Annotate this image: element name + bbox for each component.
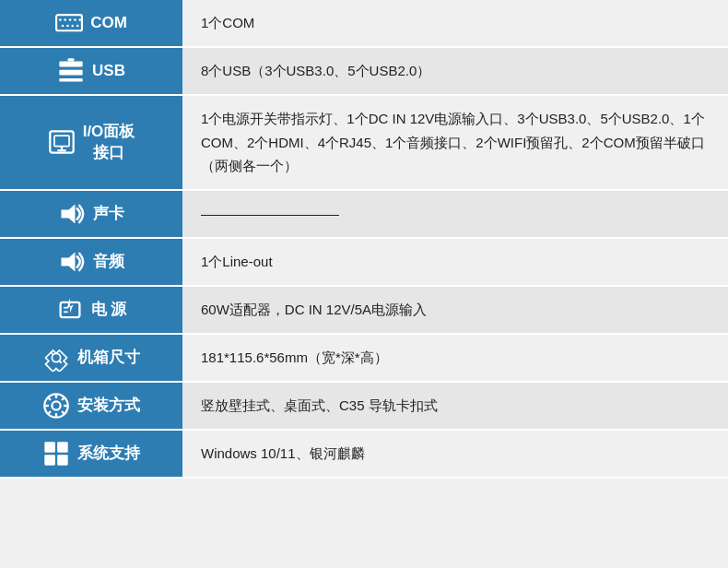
value-cell-power: 60W适配器，DC IN 12V/5A电源输入 — [182, 286, 728, 334]
svg-line-26 — [51, 352, 53, 354]
label-cell-soundcard: 声卡 — [0, 190, 182, 238]
svg-point-2 — [65, 18, 67, 21]
svg-rect-13 — [68, 58, 75, 61]
svg-point-29 — [52, 401, 60, 409]
row-audio: 音频1个Line-out — [0, 238, 728, 286]
svg-point-7 — [66, 25, 69, 28]
label-cell-io: I/O面板 接口 — [0, 95, 182, 190]
svg-point-1 — [59, 18, 62, 21]
audio-icon — [58, 248, 86, 276]
svg-line-35 — [62, 411, 65, 414]
row-io: I/O面板 接口1个电源开关带指示灯、1个DC IN 12V电源输入口、3个US… — [0, 95, 728, 190]
label-cell-install: 安装方式 — [0, 382, 182, 430]
svg-rect-40 — [44, 455, 55, 466]
value-cell-com: 1个COM — [182, 0, 728, 47]
label-cell-size: 机箱尺寸 — [0, 334, 182, 382]
label-cell-os: 系统支持 — [0, 430, 182, 478]
label-cell-audio: 音频 — [0, 238, 182, 286]
soundcard-icon — [58, 200, 86, 228]
value-cell-install: 竖放壁挂式、桌面式、C35 导轨卡扣式 — [182, 382, 728, 430]
label-text-com: COM — [90, 14, 127, 32]
label-text-os: 系统支持 — [77, 443, 140, 464]
com-icon — [55, 9, 83, 37]
value-cell-size: 181*115.6*56mm（宽*深*高） — [182, 334, 728, 382]
svg-point-5 — [79, 18, 82, 21]
row-os: 系统支持Windows 10/11、银河麒麟 — [0, 430, 728, 478]
svg-line-36 — [62, 396, 65, 399]
svg-line-34 — [48, 396, 51, 399]
usb-icon — [57, 57, 85, 85]
size-icon — [42, 344, 70, 372]
svg-point-8 — [72, 25, 75, 28]
svg-line-37 — [48, 411, 51, 414]
row-size: 机箱尺寸181*115.6*56mm（宽*深*高） — [0, 334, 728, 382]
svg-point-25 — [52, 353, 60, 361]
label-cell-com: COM — [0, 0, 182, 47]
row-com: COM1个COM — [0, 0, 728, 47]
label-text-soundcard: 声卡 — [93, 203, 124, 224]
svg-point-3 — [69, 18, 72, 21]
row-usb: USB8个USB（3个USB3.0、5个USB2.0） — [0, 47, 728, 95]
label-cell-power: 电 源 — [0, 286, 182, 334]
svg-point-4 — [74, 18, 76, 21]
svg-rect-38 — [44, 442, 55, 453]
label-text-audio: 音频 — [93, 251, 124, 272]
specs-table: COM1个COM USB8个USB（3个USB3.0、5个USB2.0） I/O… — [0, 0, 728, 479]
svg-rect-39 — [57, 442, 68, 453]
install-icon — [42, 392, 70, 420]
os-icon — [42, 440, 70, 467]
svg-rect-12 — [59, 78, 82, 81]
svg-marker-21 — [66, 298, 73, 313]
value-cell-os: Windows 10/11、银河麒麟 — [182, 430, 728, 478]
svg-rect-41 — [57, 455, 68, 466]
power-icon — [56, 296, 84, 324]
value-cell-io: 1个电源开关带指示灯、1个DC IN 12V电源输入口、3个USB3.0、5个U… — [182, 95, 728, 190]
row-install: 安装方式竖放壁挂式、桌面式、C35 导轨卡扣式 — [0, 382, 728, 430]
svg-rect-11 — [59, 70, 82, 76]
label-cell-usb: USB — [0, 47, 182, 95]
label-text-install: 安装方式 — [77, 395, 140, 416]
svg-line-27 — [59, 361, 61, 362]
svg-marker-19 — [61, 252, 75, 271]
svg-rect-15 — [54, 136, 69, 147]
row-power: 电 源60W适配器，DC IN 12V/5A电源输入 — [0, 286, 728, 334]
svg-point-6 — [62, 25, 65, 28]
label-text-size: 机箱尺寸 — [77, 347, 140, 368]
row-soundcard: 声卡—————————— — [0, 190, 728, 238]
svg-point-9 — [76, 25, 79, 28]
svg-rect-10 — [59, 62, 82, 67]
label-text-usb: USB — [92, 62, 125, 80]
svg-rect-0 — [56, 15, 82, 30]
label-text-io: I/O面板 接口 — [83, 121, 135, 163]
value-cell-soundcard: —————————— — [182, 190, 728, 238]
svg-marker-18 — [61, 204, 75, 223]
value-cell-usb: 8个USB（3个USB3.0、5个USB2.0） — [182, 47, 728, 95]
label-text-power: 电 源 — [91, 299, 127, 320]
value-cell-audio: 1个Line-out — [182, 238, 728, 286]
io-icon — [48, 128, 76, 156]
